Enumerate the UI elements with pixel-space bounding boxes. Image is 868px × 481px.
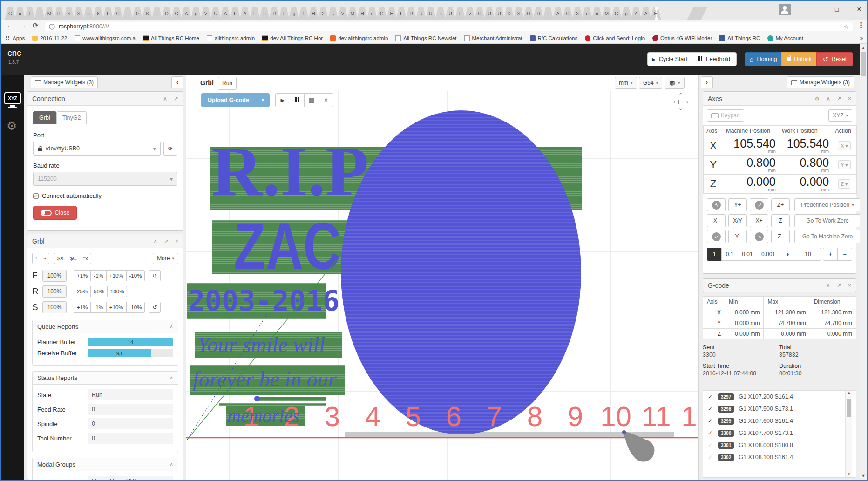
settings-gear-icon[interactable]: ⚙ xyxy=(7,119,17,133)
browser-tab[interactable]: U xyxy=(210,7,221,20)
browser-tab[interactable]: n xyxy=(591,7,603,20)
browser-tab[interactable]: jj xyxy=(288,7,299,20)
axis-mode-dropdown[interactable]: XYZ▾ xyxy=(828,109,852,122)
browser-tab[interactable]: g xyxy=(621,7,632,20)
run-stop-button[interactable] xyxy=(304,93,319,107)
bookmark-item[interactable]: R/C Calculations xyxy=(530,35,578,41)
browser-tab[interactable]: X xyxy=(572,7,583,20)
browser-tab[interactable]: D xyxy=(161,7,172,20)
units-dropdown[interactable]: mm▾ xyxy=(615,77,637,89)
browser-tab[interactable]: L xyxy=(102,7,114,20)
browser-tab[interactable]: U xyxy=(445,7,456,20)
browser-tab[interactable]: M xyxy=(347,7,358,20)
more-button[interactable]: More▾ xyxy=(153,253,178,264)
jog-z-zero-button[interactable]: Z xyxy=(771,214,790,227)
browser-tab[interactable]: R xyxy=(415,7,427,20)
manage-widgets-button-left[interactable]: Manage Widgets (3) xyxy=(31,76,98,88)
profile-button[interactable] xyxy=(779,4,791,15)
axis-action-dropdown[interactable]: Z ▾ xyxy=(838,179,851,189)
feedhold-cmd-button[interactable]: ! xyxy=(32,253,40,264)
feed-override-step-button[interactable]: +1% xyxy=(74,270,91,281)
browser-tab[interactable]: H xyxy=(357,7,368,20)
jog-xplus-yminus-button[interactable]: ↘ xyxy=(750,230,768,243)
browser-tab[interactable]: U xyxy=(484,7,495,20)
collapse-widget-icon[interactable]: ∧ xyxy=(826,282,830,289)
feed-override-step-button[interactable]: +10% xyxy=(106,270,127,281)
maximize-button[interactable]: □ xyxy=(833,6,841,13)
spindle-override-step-button[interactable]: +1% xyxy=(74,302,91,313)
spindle-override-step-button[interactable]: +10% xyxy=(106,302,127,313)
browser-tab[interactable]: c xyxy=(435,7,446,20)
axis-action-dropdown[interactable]: X ▾ xyxy=(838,141,850,150)
collapse-widget-icon[interactable]: ∧ xyxy=(153,238,157,244)
spindle-override-step-button[interactable]: -10% xyxy=(126,302,145,313)
jog-yplus-button[interactable]: Y+ xyxy=(728,198,747,211)
browser-tab[interactable]: L xyxy=(151,7,163,20)
spindle-override-step-button[interactable]: -1% xyxy=(90,302,106,313)
browser-tab[interactable]: R xyxy=(454,7,466,20)
upload-gcode-button[interactable]: Upload G-code xyxy=(201,93,256,107)
manage-widgets-button-right[interactable]: Manage Widgets (3) xyxy=(787,76,854,88)
browser-tab[interactable]: h xyxy=(230,7,241,20)
bookmark-item[interactable]: allthingsrc admin xyxy=(207,35,255,41)
new-tab-button[interactable] xyxy=(687,7,707,20)
browser-tab[interactable]: H xyxy=(386,7,397,20)
browser-tab[interactable]: u xyxy=(14,7,26,20)
bookmark-item[interactable]: 2016-11-22 xyxy=(32,35,67,41)
bookmark-item[interactable]: Apps xyxy=(5,35,25,41)
rapid-override-step-button[interactable]: 25% xyxy=(74,286,91,297)
gcode-line[interactable]: ✓ 3301 G1 X108.000 S180.8 xyxy=(703,439,856,451)
browser-tab[interactable]: D xyxy=(523,7,534,20)
browser-tab[interactable]: F xyxy=(249,7,260,20)
check-cmd-button[interactable]: $C xyxy=(67,253,80,264)
bookmark-item[interactable]: My Account xyxy=(767,35,803,41)
browser-tab[interactable]: T xyxy=(24,7,35,20)
browser-tab[interactable]: A xyxy=(220,7,231,20)
browser-tab[interactable]: S xyxy=(63,7,75,20)
close-widget-icon[interactable]: × xyxy=(848,282,851,289)
go-to-machine-zero-button[interactable]: Go To Machine Zero xyxy=(794,230,861,243)
gcode-line[interactable]: ✓ 3302 G1 X108.100 S161.4 xyxy=(703,451,856,463)
feedhold-button[interactable]: Feedhold xyxy=(692,52,737,66)
step-decrease-button[interactable]: − xyxy=(837,248,852,261)
homing-button[interactable]: ⌂Homing xyxy=(745,52,782,66)
refresh-ports-button[interactable]: ⟳ xyxy=(163,142,177,156)
spindle-override-reset-button[interactable]: ↺ xyxy=(149,302,161,313)
browser-tab[interactable]: v xyxy=(464,7,475,20)
browser-tab[interactable]: A xyxy=(239,7,251,20)
step-toggle-button[interactable]: ◑ xyxy=(780,248,795,261)
browser-tab[interactable]: L xyxy=(34,7,45,20)
browser-tab[interactable]: g xyxy=(190,7,202,20)
jog-xminus-yminus-button[interactable]: ↙ xyxy=(707,230,726,243)
gcode-list-scrollbar[interactable]: ▲▼ xyxy=(845,391,852,477)
bookmark-item[interactable]: www.allthingsrc.com.a xyxy=(75,35,136,41)
collapse-widget-icon[interactable]: ∧ xyxy=(826,95,830,102)
browser-tab[interactable]: C xyxy=(171,7,182,20)
visualizer-tab-run[interactable]: Run xyxy=(218,77,237,90)
browser-tab[interactable]: 8 xyxy=(93,7,104,20)
bookmark-star-icon[interactable]: ☆ xyxy=(843,23,849,30)
browser-tab[interactable]: M xyxy=(44,7,55,20)
browser-tab[interactable]: R xyxy=(425,7,436,20)
jog-xminus-button[interactable]: X- xyxy=(707,214,726,227)
browser-tab[interactable]: H xyxy=(308,7,319,20)
collapse-widget-icon[interactable]: ∧ xyxy=(163,95,167,102)
step-increase-button[interactable]: + xyxy=(823,248,838,261)
collapse-panel-icon[interactable]: ∧ xyxy=(170,375,173,381)
step-0p001-button[interactable]: 0.001 xyxy=(757,248,780,261)
browser-tab[interactable]: A xyxy=(181,7,192,20)
collapse-panel-icon[interactable]: ∧ xyxy=(170,324,173,330)
run-pause-button[interactable] xyxy=(290,93,305,107)
jog-zminus-button[interactable]: Z- xyxy=(771,230,790,243)
jog-xminus-yplus-button[interactable]: ↖ xyxy=(707,198,726,211)
bookmark-item[interactable]: Optus 4G WiFi Moder xyxy=(652,35,712,41)
browser-tab[interactable]: C xyxy=(112,7,123,20)
rapid-override-step-button[interactable]: 50% xyxy=(90,286,108,297)
jog-xplus-yplus-button[interactable]: ↗ xyxy=(750,198,768,211)
browser-tab[interactable]: r xyxy=(542,7,554,20)
expand-widget-icon[interactable]: ↗ xyxy=(837,95,841,102)
browser-tab[interactable]: IL xyxy=(54,7,65,20)
gcode-line[interactable]: ✓ 3297 G1 X107.200 S161.4 xyxy=(703,391,856,403)
browser-tab[interactable]: S xyxy=(73,7,84,20)
browser-tab[interactable]: 0 xyxy=(132,7,143,20)
